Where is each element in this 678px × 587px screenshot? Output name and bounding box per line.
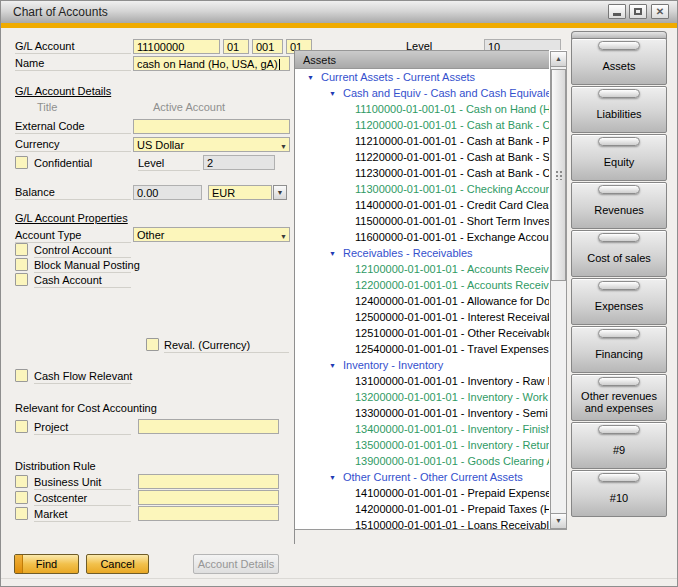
business-unit-checkbox[interactable] (15, 475, 28, 488)
costcenter-checkbox[interactable] (15, 491, 28, 504)
find-button[interactable]: Find (14, 554, 79, 574)
drawer-revenues[interactable]: Revenues (571, 182, 667, 229)
tree-row[interactable]: ▼Inventory - Inventory (295, 357, 549, 373)
drawer-expenses[interactable]: Expenses (571, 278, 667, 325)
balance-label: Balance (15, 186, 131, 200)
tree-row[interactable]: 12400000-01-001-01 - Allowance for Doubt… (295, 293, 549, 309)
close-button[interactable]: ✕ (651, 4, 669, 19)
tree-row[interactable]: 11230000-01-001-01 - Cash at Bank - Cred… (295, 165, 549, 181)
tree-row[interactable]: ▼Receivables - Receivables (295, 245, 549, 261)
tree-row[interactable]: 13100000-01-001-01 - Inventory - Raw Mat… (295, 373, 549, 389)
tree-row[interactable]: ▼Current Assets - Current Assets (295, 69, 549, 85)
drawer-handle-icon (598, 233, 640, 242)
project-input[interactable] (138, 419, 279, 434)
external-code-input[interactable] (133, 119, 290, 134)
drawer-other-revenues-and-expenses[interactable]: Other revenues and expenses (571, 374, 667, 421)
title-bar: Chart of Accounts (1, 1, 677, 24)
maximize-button[interactable] (629, 4, 647, 19)
drawer-label: Assets (599, 60, 638, 72)
collapse-arrow-icon[interactable]: ▼ (329, 86, 343, 101)
active-window-accent-stripe (1, 23, 677, 28)
tree-row[interactable]: 11100000-01-001-01 - Cash on Hand (HO, U (295, 101, 549, 117)
title-option-label: Title (37, 101, 57, 115)
drawer-label: Revenues (591, 204, 647, 216)
costcenter-input[interactable] (138, 490, 279, 505)
drawer--9[interactable]: #9 (571, 422, 667, 469)
tree-row[interactable]: 11600000-01-001-01 - Exchange Account (H (295, 229, 549, 245)
account-type-dropdown[interactable]: Other▼ (133, 227, 290, 242)
collapse-arrow-icon[interactable]: ▼ (329, 246, 343, 261)
cash-flow-relevant-checkbox[interactable] (15, 369, 28, 382)
scroll-down-button[interactable]: ▼ (550, 513, 567, 529)
drawer-financing[interactable]: Financing (571, 326, 667, 373)
minimize-button[interactable] (608, 4, 626, 19)
tree-row[interactable]: 11210000-01-001-01 - Cash at Bank - Payr… (295, 133, 549, 149)
collapse-arrow-icon[interactable]: ▼ (307, 70, 321, 85)
market-label: Market (34, 508, 131, 522)
accounts-tree: ▼Current Assets - Current Assets▼Cash an… (295, 69, 549, 529)
reval-currency-checkbox[interactable] (146, 338, 159, 351)
drawer-handle-icon (598, 473, 640, 482)
chevron-down-icon: ▼ (280, 231, 287, 242)
drawer-assets[interactable]: Assets (571, 38, 667, 85)
inner-level-label: Level (138, 157, 200, 171)
tree-row[interactable]: 12510000-01-001-01 - Other Receivables (… (295, 325, 549, 341)
gl-account-segment-3[interactable]: 001 (252, 39, 283, 54)
drawer--10[interactable]: #10 (571, 470, 667, 517)
currency-label: Currency (15, 138, 131, 152)
tree-row[interactable]: 14200000-01-001-01 - Prepaid Taxes (HO, … (295, 501, 549, 517)
tree-row[interactable]: 13500000-01-001-01 - Inventory - Returns… (295, 437, 549, 453)
currency-dropdown[interactable]: US Dollar▼ (133, 137, 290, 152)
tree-scrollbar-thumb[interactable] (551, 69, 566, 281)
tree-row[interactable]: 11220000-01-001-01 - Cash at Bank - Savi… (295, 149, 549, 165)
tree-row[interactable]: 12100000-01-001-01 - Accounts Receivable… (295, 261, 549, 277)
tree-row[interactable]: 11300000-01-001-01 - Checking Account Cl… (295, 181, 549, 197)
gl-account-segment-1[interactable]: 11100000 (133, 39, 220, 54)
drawer-handle-icon (598, 329, 640, 338)
tree-row[interactable]: 12540000-01-001-01 - Travel Expenses - A… (295, 341, 549, 357)
tree-row[interactable]: 13900000-01-001-01 - Goods Clearing Acco… (295, 453, 549, 469)
balance-currency-field[interactable]: EUR (208, 185, 272, 200)
drawer-equity[interactable]: Equity (571, 134, 667, 181)
tree-row-label: Receivables - Receivables (343, 247, 473, 259)
account-type-value: Other (137, 229, 165, 241)
tree-row[interactable]: 12200000-01-001-01 - Accounts Receivable… (295, 277, 549, 293)
market-checkbox[interactable] (15, 507, 28, 520)
control-account-checkbox[interactable] (15, 243, 28, 256)
maximize-icon (634, 8, 642, 15)
tree-row[interactable]: 13200000-01-001-01 - Inventory - Work In (295, 389, 549, 405)
cash-account-checkbox[interactable] (15, 273, 28, 286)
confidential-checkbox[interactable] (15, 156, 28, 169)
tree-row[interactable]: 11200000-01-001-01 - Cash at Bank - Chec… (295, 117, 549, 133)
tree-row[interactable]: ▼Cash and Equiv - Cash and Cash Equivale… (295, 85, 549, 101)
drawer-handle-icon (598, 281, 640, 290)
tree-row[interactable]: 11400000-01-001-01 - Credit Card Clearin… (295, 197, 549, 213)
relevant-cost-accounting-label: Relevant for Cost Accounting (15, 402, 157, 416)
collapse-arrow-icon[interactable]: ▼ (329, 358, 343, 373)
balance-currency-dropdown-button[interactable]: ▼ (273, 185, 287, 200)
tree-row[interactable]: 13400000-01-001-01 - Inventory - Finishe… (295, 421, 549, 437)
drawer-handle-icon (598, 185, 640, 194)
scroll-up-button[interactable]: ▲ (550, 51, 567, 67)
tree-row[interactable]: 12500000-01-001-01 - Interest Receivable… (295, 309, 549, 325)
tree-row[interactable]: ▼Other Current - Other Current Assets (295, 469, 549, 485)
tree-row[interactable]: 15100000-01-001-01 - Loans Receivable - … (295, 517, 549, 529)
business-unit-input[interactable] (138, 474, 279, 489)
cancel-button[interactable]: Cancel (86, 554, 149, 574)
tree-row-label: 11220000-01-001-01 - Cash at Bank - Savi… (355, 151, 549, 163)
block-manual-posting-checkbox[interactable] (15, 258, 28, 271)
drawer-liabilities[interactable]: Liabilities (571, 86, 667, 133)
project-checkbox[interactable] (15, 420, 28, 433)
tree-row-label: 12100000-01-001-01 - Accounts Receivable… (355, 263, 549, 275)
account-details-button[interactable]: Account Details (193, 554, 279, 574)
name-input[interactable]: cash on Hand (Ho, USA, gA) (133, 56, 290, 71)
market-input[interactable] (138, 506, 279, 521)
gl-account-segment-2[interactable]: 01 (223, 39, 249, 54)
tree-row[interactable]: 11500000-01-001-01 - Short Term Investme… (295, 213, 549, 229)
tree-row[interactable]: 14100000-01-001-01 - Prepaid Expenses (H… (295, 485, 549, 501)
drawer-cost-of-sales[interactable]: Cost of sales (571, 230, 667, 277)
tree-row-label: 11100000-01-001-01 - Cash on Hand (HO, U (355, 103, 549, 115)
drawer-label: #9 (610, 444, 628, 456)
collapse-arrow-icon[interactable]: ▼ (329, 470, 343, 485)
tree-row[interactable]: 13300000-01-001-01 - Inventory - Semi Fi… (295, 405, 549, 421)
